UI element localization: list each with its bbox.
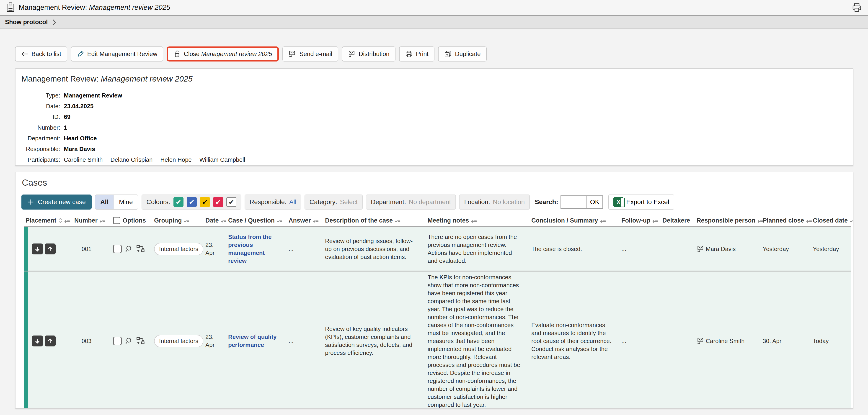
colours-filter: Colours: ✔ ✔ ✔ ✔ ✔ xyxy=(142,195,241,210)
question-cell: Status from the previous management revi… xyxy=(223,233,283,265)
edit-review-button[interactable]: Edit Management Review xyxy=(71,46,163,62)
preview-icon[interactable] xyxy=(125,245,133,253)
tab-mine[interactable]: Mine xyxy=(114,195,138,209)
column-filter-icon[interactable] xyxy=(600,218,606,223)
move-up-button[interactable] xyxy=(45,336,56,346)
cases-table: Placement Number xyxy=(24,214,851,409)
responsible-cell: Caroline Smith xyxy=(691,337,757,345)
colour-checkbox-green[interactable]: ✔ xyxy=(174,197,184,207)
column-filter-icon[interactable] xyxy=(471,218,477,223)
follow-up-cell: ... xyxy=(616,245,657,253)
field-date: Date: 23.04.2025 xyxy=(22,101,847,112)
chevron-right-icon xyxy=(52,19,56,26)
all-mine-toggle: All Mine xyxy=(95,195,138,210)
print-button[interactable]: Print xyxy=(399,46,435,62)
col-closed-date[interactable]: Closed date xyxy=(807,217,851,224)
location-filter-value[interactable]: No location xyxy=(493,198,525,206)
create-follow-up-case-icon[interactable] xyxy=(136,337,145,345)
move-down-button[interactable] xyxy=(32,243,43,254)
colour-checkbox-blue[interactable]: ✔ xyxy=(187,197,197,207)
col-description[interactable]: Description of the case xyxy=(319,217,422,224)
column-filter-icon[interactable] xyxy=(395,218,401,223)
close-review-button[interactable]: Close Management review 2025 xyxy=(167,46,279,62)
responsible-filter[interactable]: Responsible: All xyxy=(245,195,301,210)
back-to-list-button[interactable]: Back to list xyxy=(15,46,67,62)
excel-icon: X xyxy=(613,197,623,207)
colour-checkbox-yellow[interactable]: ✔ xyxy=(200,197,210,207)
printer-icon xyxy=(405,50,413,58)
planned-close-cell: 30. Apr xyxy=(757,337,807,345)
col-follow-up[interactable]: Follow-up xyxy=(616,217,657,224)
search-ok-button[interactable]: OK xyxy=(587,196,602,208)
protocol-bar[interactable]: Show protocol xyxy=(0,16,868,29)
col-planned-close[interactable]: Planned close xyxy=(757,217,807,224)
column-filter-icon[interactable] xyxy=(100,218,105,223)
col-number[interactable]: Number xyxy=(69,217,107,224)
review-detail-panel: Management Review: Management review 202… xyxy=(15,68,854,166)
col-date[interactable]: Date xyxy=(200,217,223,224)
move-down-button[interactable] xyxy=(32,336,43,346)
sort-icon[interactable] xyxy=(59,217,62,223)
field-id: ID: 69 xyxy=(22,112,847,122)
envelope-send-icon[interactable] xyxy=(696,245,704,253)
column-filter-icon[interactable] xyxy=(277,218,282,223)
location-filter[interactable]: Location: No location xyxy=(459,195,530,210)
col-responsible-person[interactable]: Responsible person xyxy=(691,217,757,224)
select-all-checkbox[interactable] xyxy=(113,217,120,224)
cases-filter-bar: Create new case All Mine Colours: ✔ ✔ ✔ … xyxy=(22,195,847,210)
create-new-case-button[interactable]: Create new case xyxy=(22,195,92,210)
table-row: 003 xyxy=(24,271,851,409)
row-checkbox[interactable] xyxy=(113,337,122,345)
colour-checkbox-white[interactable]: ✔ xyxy=(226,197,237,207)
col-placement[interactable]: Placement xyxy=(24,217,69,224)
col-answer[interactable]: Answer xyxy=(283,217,319,224)
category-filter[interactable]: Category: Select xyxy=(305,195,363,210)
col-grouping[interactable]: Grouping xyxy=(149,217,200,224)
preview-icon[interactable] xyxy=(125,337,133,345)
show-protocol-label[interactable]: Show protocol xyxy=(5,19,48,26)
col-options[interactable]: Options xyxy=(107,217,149,224)
search-input[interactable] xyxy=(561,196,587,208)
column-filter-icon[interactable] xyxy=(850,218,854,223)
department-filter-value[interactable]: No department xyxy=(409,198,451,206)
field-participants: Participants: Caroline Smith Delano Cris… xyxy=(22,154,847,165)
duplicate-button[interactable]: Duplicate xyxy=(438,46,487,62)
planned-close-cell: Yesterday xyxy=(757,245,807,253)
department-filter[interactable]: Department: No department xyxy=(366,195,456,210)
responsible-filter-value[interactable]: All xyxy=(289,198,296,206)
send-email-button[interactable]: Send e-mail xyxy=(282,46,338,62)
closed-date-cell: Yesterday xyxy=(807,245,851,253)
cases-panel: Cases Create new case All Mine Colours: … xyxy=(15,172,854,409)
move-up-button[interactable] xyxy=(45,243,56,254)
field-responsible: Responsible: Mara Davis xyxy=(22,144,847,154)
export-to-excel-button[interactable]: X Export to Excel xyxy=(609,195,674,210)
responsible-name: Mara Davis xyxy=(706,245,736,253)
distribution-button[interactable]: Distribution xyxy=(342,46,396,62)
answer-cell: ... xyxy=(283,337,319,345)
case-question-link[interactable]: Status from the previous management revi… xyxy=(228,234,272,264)
grouping-chip: Internal factors xyxy=(154,243,203,255)
print-page-icon[interactable] xyxy=(851,3,862,12)
participant: Delano Crispian xyxy=(111,156,153,163)
column-filter-icon[interactable] xyxy=(313,218,319,223)
case-question-link[interactable]: Review of quality performance xyxy=(228,334,277,348)
colour-checkbox-red[interactable]: ✔ xyxy=(213,197,223,207)
table-row: 001 xyxy=(24,227,851,271)
cases-title: Cases xyxy=(22,178,847,188)
column-filter-icon[interactable] xyxy=(184,218,189,223)
col-case-question[interactable]: Case / Question xyxy=(223,217,283,224)
category-filter-value[interactable]: Select xyxy=(340,198,358,206)
conclusion-cell: The case is closed. xyxy=(526,245,616,253)
row-checkbox[interactable] xyxy=(113,245,122,253)
envelope-send-icon[interactable] xyxy=(696,337,704,345)
create-follow-up-case-icon[interactable] xyxy=(136,245,145,253)
tab-all[interactable]: All xyxy=(95,195,114,209)
col-conclusion[interactable]: Conclusion / Summary xyxy=(526,217,616,224)
col-meeting-notes[interactable]: Meeting notes xyxy=(422,217,526,224)
options-cell xyxy=(107,337,149,345)
field-type: Type: Management Review xyxy=(22,90,847,101)
col-deltakere[interactable]: Deltakere xyxy=(657,217,691,224)
description-cell: Review of pending issues, follow-up on p… xyxy=(319,237,422,261)
document-icon xyxy=(6,2,15,12)
participant: William Campbell xyxy=(199,156,245,163)
